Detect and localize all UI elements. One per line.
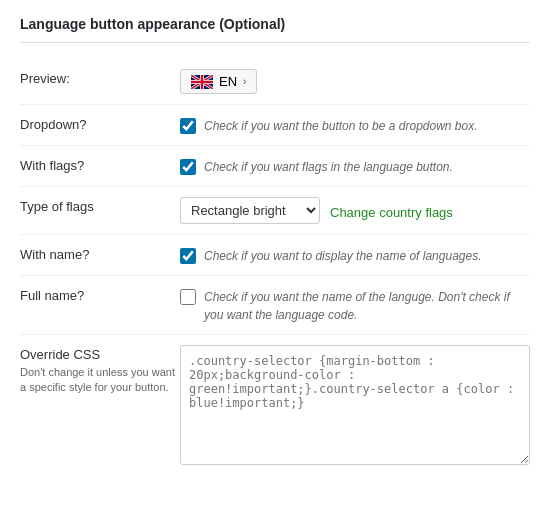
full-name-row: Full name? Check if you want the name of… (20, 276, 530, 335)
with-name-content: Check if you want to display the name of… (180, 245, 530, 265)
full-name-label: Full name? (20, 286, 180, 303)
override-css-label-wrap: Override CSS Don't change it unless you … (20, 345, 180, 396)
full-name-desc: Check if you want the name of the langug… (204, 286, 530, 324)
preview-button-text: EN (219, 74, 237, 89)
preview-content: EN › (180, 69, 530, 94)
type-of-flags-row: Type of flags Rectangle bright Rectangle… (20, 187, 530, 235)
override-css-sublabel: Don't change it unless you want a specif… (20, 365, 180, 396)
dropdown-content: Check if you want the button to be a dro… (180, 115, 530, 135)
type-of-flags-content: Rectangle bright Rectangle Square Square… (180, 197, 530, 224)
type-of-flags-label: Type of flags (20, 197, 180, 214)
dropdown-label: Dropdown? (20, 115, 180, 132)
with-name-row: With name? Check if you want to display … (20, 235, 530, 276)
override-css-row: Override CSS Don't change it unless you … (20, 335, 530, 475)
with-flags-desc: Check if you want flags in the language … (204, 156, 453, 176)
full-name-checkbox[interactable] (180, 289, 196, 305)
dropdown-checkbox[interactable] (180, 118, 196, 134)
with-flags-checkbox-wrap: Check if you want flags in the language … (180, 156, 453, 176)
preview-button[interactable]: EN › (180, 69, 257, 94)
flag-type-select[interactable]: Rectangle bright Rectangle Square Square… (180, 197, 320, 224)
override-css-content (180, 345, 530, 465)
with-name-checkbox-wrap: Check if you want to display the name of… (180, 245, 482, 265)
dropdown-row: Dropdown? Check if you want the button t… (20, 105, 530, 146)
change-flags-link[interactable]: Change country flags (330, 201, 453, 220)
preview-row: Preview: EN › (20, 59, 530, 105)
panel: Language button appearance (Optional) Pr… (0, 0, 550, 491)
override-css-textarea[interactable] (180, 345, 530, 465)
chevron-icon: › (243, 76, 246, 87)
uk-flag-icon (191, 75, 213, 89)
with-flags-row: With flags? Check if you want flags in t… (20, 146, 530, 187)
with-name-checkbox[interactable] (180, 248, 196, 264)
dropdown-desc: Check if you want the button to be a dro… (204, 115, 478, 135)
with-name-desc: Check if you want to display the name of… (204, 245, 482, 265)
with-name-label: With name? (20, 245, 180, 262)
override-css-label: Override CSS (20, 347, 180, 362)
panel-title: Language button appearance (Optional) (20, 16, 530, 43)
preview-label: Preview: (20, 69, 180, 86)
full-name-checkbox-wrap: Check if you want the name of the langug… (180, 286, 530, 324)
with-flags-checkbox[interactable] (180, 159, 196, 175)
full-name-content: Check if you want the name of the langug… (180, 286, 530, 324)
dropdown-checkbox-wrap: Check if you want the button to be a dro… (180, 115, 478, 135)
with-flags-content: Check if you want flags in the language … (180, 156, 530, 176)
with-flags-label: With flags? (20, 156, 180, 173)
